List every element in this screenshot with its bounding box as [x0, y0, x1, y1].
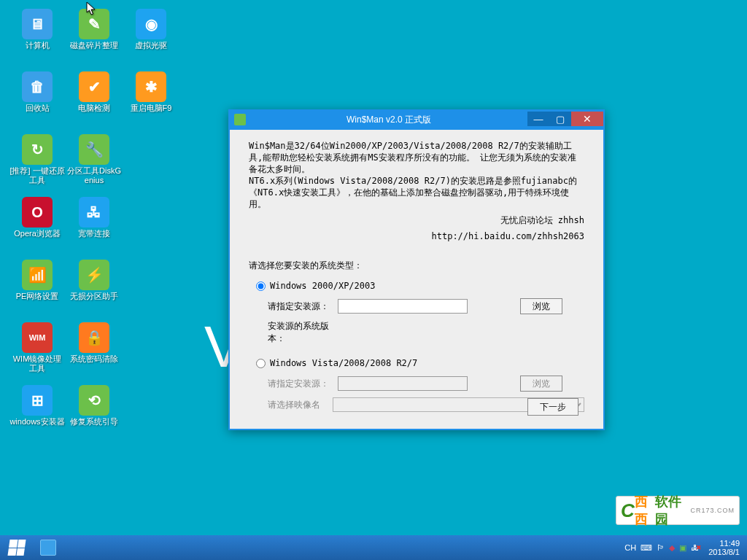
browse-button-1[interactable]: 浏览 [520, 298, 562, 314]
desktop-icon-glyph: ✎ [79, 9, 109, 39]
source-label-1: 请指定安装源： [268, 300, 338, 313]
desktop-icon-glyph: 📶 [22, 260, 53, 290]
image-name-label: 请选择映像名 [268, 399, 333, 411]
desktop-icon-label: Opera浏览器 [14, 229, 61, 238]
desktop-icon-label: [推荐] 一键还原工具 [9, 166, 65, 185]
source-input-2 [338, 376, 468, 391]
desktop-icon-label: 回收站 [26, 104, 50, 113]
watermark-logo: C西西软件园 CR173.COM [616, 496, 740, 525]
close-button[interactable]: ✕ [571, 112, 603, 126]
desktop-icon-0[interactable]: 🖥计算机 [9, 6, 66, 69]
select-type-label: 请选择您要安装的系统类型： [249, 260, 584, 272]
desktop-icon-label: 计算机 [26, 41, 50, 50]
tray-icon-2[interactable]: ▣ [679, 543, 686, 553]
desktop-icon-glyph: ✱ [136, 71, 166, 102]
desktop-icon-6[interactable]: ↻[推荐] 一键还原工具 [9, 131, 66, 194]
desktop-icon-glyph: ✔ [79, 71, 109, 102]
desktop-icon-12[interactable]: 📶PE网络设置 [9, 257, 66, 319]
radio-nt5[interactable] [256, 281, 266, 291]
maximize-button[interactable]: ▢ [549, 112, 571, 126]
desktop[interactable]: V 🖥计算机✎磁盘碎片整理◉虚拟光驱🗑回收站✔电脑检测✱重启电脑F9↻[推荐] … [0, 0, 747, 560]
description-text: Win$Man是32/64位Win2000/XP/2003/Vista/2008… [249, 140, 584, 242]
system-tray[interactable]: CH ⌨ 🏳 ◆ ▣ 🖧✖ 11:49 2013/8/1 [622, 535, 747, 560]
desktop-icon-label: 重启电脑F9 [131, 104, 172, 113]
next-button[interactable]: 下一步 [527, 398, 578, 416]
desktop-icon-glyph: ⟲ [79, 385, 109, 416]
desktop-icon-label: 修复系统引导 [70, 417, 118, 427]
winman-dialog: Win$Man v2.0 正式版 — ▢ ✕ Win$Man是32/64位Win… [228, 109, 605, 430]
desktop-icon-label: 宽带连接 [78, 229, 110, 238]
browse-button-2: 浏览 [520, 376, 562, 392]
source-label-2: 请指定安装源： [268, 378, 338, 390]
radio-nt5-label: Windows 2000/XP/2003 [270, 281, 376, 291]
source-version-label: 安装源的系统版本： [268, 320, 338, 345]
desktop-icon-16[interactable]: 🔒系统密码清除 [66, 319, 123, 382]
keyboard-icon[interactable]: ⌨ [640, 543, 652, 553]
desktop-icon-label: 系统密码清除 [70, 354, 118, 364]
windows-logo-icon [7, 540, 26, 556]
radio-nt6[interactable] [256, 359, 266, 368]
desktop-icon-label: 无损分区助手 [70, 292, 118, 301]
desktop-icon-5[interactable]: ✱重启电脑F9 [123, 69, 179, 131]
desktop-icon-label: WIM镜像处理工具 [9, 354, 65, 373]
start-button[interactable] [0, 535, 34, 560]
desktop-icon-15[interactable]: WIMWIM镜像处理工具 [9, 319, 66, 382]
desktop-icon-glyph: ⊞ [22, 385, 53, 416]
desktop-icon-glyph: ⚡ [79, 260, 109, 290]
desktop-icon-glyph: ◉ [136, 9, 166, 39]
desktop-icon-9[interactable]: OOpera浏览器 [9, 194, 66, 257]
window-title: Win$Man v2.0 正式版 [250, 114, 527, 126]
desktop-icon-glyph: ↻ [22, 134, 53, 165]
desktop-icon-label: PE网络设置 [16, 292, 59, 301]
desktop-icon-label: 磁盘碎片整理 [70, 41, 118, 50]
option-nt5: Windows 2000/XP/2003 请指定安装源： 浏览 安装源的系统版本… [249, 281, 584, 345]
desktop-icon-2[interactable]: ◉虚拟光驱 [123, 6, 179, 69]
desktop-icon-glyph: WIM [22, 322, 53, 353]
source-input-1[interactable] [338, 299, 468, 314]
tray-clock[interactable]: 11:49 2013/8/1 [708, 539, 740, 556]
taskbar[interactable]: CH ⌨ 🏳 ◆ ▣ 🖧✖ 11:49 2013/8/1 [0, 535, 747, 560]
desktop-icon-glyph: O [22, 197, 53, 228]
desktop-icon-10[interactable]: 🖧宽带连接 [66, 194, 123, 257]
desktop-icon-18[interactable]: ⊞windows安装器 [9, 382, 66, 445]
action-center-icon[interactable]: 🏳 [657, 543, 665, 552]
desktop-icon-label: 电脑检测 [78, 104, 110, 113]
desktop-icon-label: 分区工具DiskGenius [66, 166, 122, 185]
desktop-icon-glyph: 🖧 [79, 197, 109, 228]
tray-lang[interactable]: CH [624, 543, 636, 552]
minimize-button[interactable]: — [527, 112, 549, 126]
desktop-icon-glyph: 🔒 [79, 322, 109, 353]
desktop-icon-glyph: 🔧 [79, 134, 109, 165]
titlebar[interactable]: Win$Man v2.0 正式版 — ▢ ✕ [230, 109, 603, 130]
desktop-icon-label: 虚拟光驱 [135, 41, 167, 50]
network-icon[interactable]: 🖧✖ [691, 543, 702, 552]
desktop-icon-4[interactable]: ✔电脑检测 [66, 69, 123, 131]
desktop-icon-1[interactable]: ✎磁盘碎片整理 [66, 6, 123, 69]
desktop-icons: 🖥计算机✎磁盘碎片整理◉虚拟光驱🗑回收站✔电脑检测✱重启电脑F9↻[推荐] 一键… [9, 6, 179, 445]
desktop-icon-label: windows安装器 [9, 417, 64, 427]
taskbar-app-1[interactable] [34, 535, 63, 560]
desktop-icon-glyph: 🗑 [22, 71, 53, 102]
radio-nt6-label: Windows Vista/2008/2008 R2/7 [270, 358, 417, 368]
desktop-icon-19[interactable]: ⟲修复系统引导 [66, 382, 123, 445]
desktop-icon-glyph: 🖥 [22, 9, 53, 39]
desktop-icon-7[interactable]: 🔧分区工具DiskGenius [66, 131, 123, 194]
desktop-icon-3[interactable]: 🗑回收站 [9, 69, 66, 131]
tray-icon-1[interactable]: ◆ [669, 543, 675, 553]
desktop-icon-13[interactable]: ⚡无损分区助手 [66, 257, 123, 319]
app-icon [234, 114, 246, 125]
